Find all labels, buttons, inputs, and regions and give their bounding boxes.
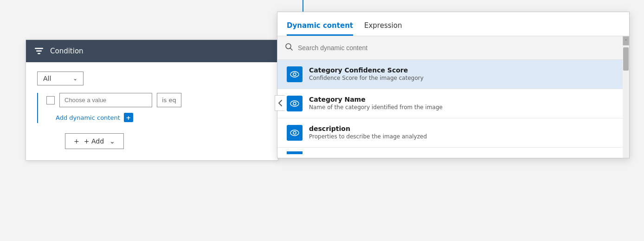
item-icon-category-name bbox=[287, 96, 303, 111]
item-text-category-name: Category Name Name of the category ident… bbox=[309, 96, 613, 111]
svg-rect-0 bbox=[35, 48, 43, 49]
item-icon-description bbox=[287, 125, 303, 141]
svg-point-5 bbox=[290, 72, 299, 77]
item-text-category-confidence-score: Category Confidence Score Confidence Sco… bbox=[309, 66, 613, 81]
scrollbar-track[interactable] bbox=[623, 46, 629, 158]
dynamic-item-category-name[interactable]: Category Name Name of the category ident… bbox=[277, 89, 623, 118]
condition-icon bbox=[32, 45, 45, 58]
condition-panel: Condition All ⌄ is eq Add dynamic conten… bbox=[26, 39, 278, 161]
tab-expression[interactable]: Expression bbox=[364, 21, 402, 36]
dynamic-item-description[interactable]: description Properties to describe the i… bbox=[277, 118, 623, 148]
search-input[interactable] bbox=[298, 44, 622, 52]
add-dynamic-content-link[interactable]: Add dynamic content bbox=[56, 114, 120, 121]
search-bar bbox=[277, 36, 629, 60]
condition-title: Condition bbox=[50, 47, 84, 55]
svg-rect-2 bbox=[38, 53, 40, 54]
search-icon bbox=[285, 43, 293, 53]
item-title-2: description bbox=[309, 125, 613, 132]
item-title-0: Category Confidence Score bbox=[309, 66, 613, 74]
svg-point-8 bbox=[293, 102, 296, 105]
plus-icon: + bbox=[74, 137, 79, 145]
item-title-1: Category Name bbox=[309, 96, 613, 103]
is-eq-label: is eq bbox=[157, 93, 181, 107]
add-row-button[interactable]: + + Add ⌄ bbox=[65, 133, 124, 149]
dynamic-items-list: Category Confidence Score Confidence Sco… bbox=[277, 60, 629, 158]
add-dynamic-row: Add dynamic content + bbox=[56, 113, 267, 122]
scrollbar-thumb[interactable] bbox=[623, 47, 629, 71]
dynamic-item-category-confidence-score[interactable]: Category Confidence Score Confidence Sco… bbox=[277, 60, 623, 89]
svg-point-10 bbox=[293, 131, 296, 134]
svg-point-6 bbox=[293, 73, 296, 76]
left-border-line bbox=[37, 93, 38, 123]
item-desc-2: Properties to describe the image analyze… bbox=[309, 133, 613, 140]
all-dropdown-label: All bbox=[43, 75, 73, 82]
condition-header: Condition bbox=[26, 40, 278, 62]
add-dynamic-button[interactable]: + bbox=[124, 113, 133, 122]
svg-line-4 bbox=[290, 48, 293, 51]
tabs-bar: Dynamic content Expression bbox=[277, 12, 629, 36]
all-dropdown[interactable]: All ⌄ bbox=[37, 72, 84, 85]
collapse-panel-button[interactable] bbox=[275, 95, 285, 111]
top-connector-line bbox=[303, 0, 303, 12]
scrollbar[interactable]: ⌃ bbox=[623, 36, 629, 158]
condition-checkbox[interactable] bbox=[46, 96, 55, 104]
svg-point-9 bbox=[290, 130, 299, 136]
dynamic-content-panel: Dynamic content Expression Categ bbox=[277, 12, 630, 158]
choose-value-input[interactable] bbox=[59, 93, 152, 107]
chevron-down-icon: ⌄ bbox=[73, 75, 77, 82]
svg-point-7 bbox=[290, 101, 299, 106]
item-icon-category-confidence-score bbox=[287, 66, 303, 82]
partial-item-indicator bbox=[287, 151, 303, 154]
condition-row: is eq bbox=[46, 93, 267, 107]
add-button-label: + Add bbox=[84, 137, 104, 145]
item-text-description: description Properties to describe the i… bbox=[309, 125, 613, 140]
scroll-up-icon: ⌃ bbox=[625, 39, 628, 43]
scroll-up-button[interactable]: ⌃ bbox=[623, 36, 629, 46]
condition-body: All ⌄ is eq Add dynamic content + + + Ad… bbox=[26, 62, 278, 160]
svg-rect-1 bbox=[36, 51, 42, 52]
tab-dynamic-content[interactable]: Dynamic content bbox=[287, 21, 353, 36]
item-desc-1: Name of the category identified from the… bbox=[309, 104, 613, 111]
add-chevron-icon: ⌄ bbox=[109, 137, 115, 145]
item-desc-0: Confidence Score for the image category bbox=[309, 75, 613, 81]
